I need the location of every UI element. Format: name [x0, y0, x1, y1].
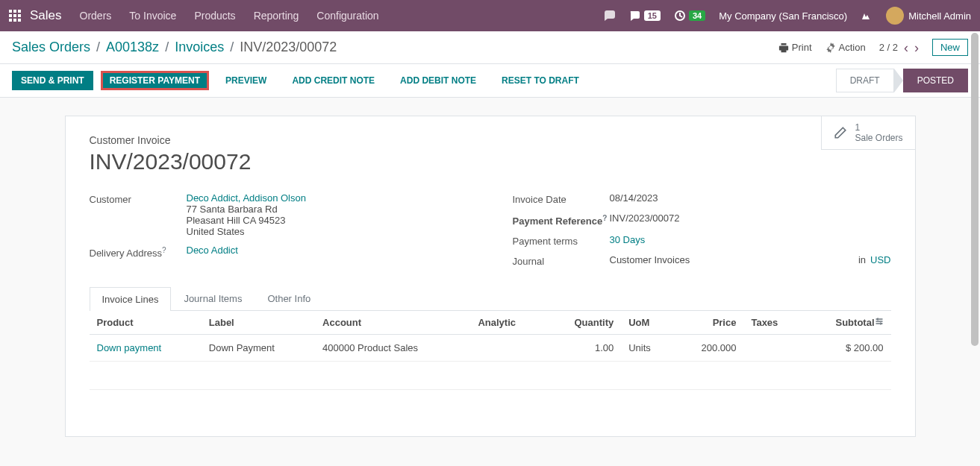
menu-orders[interactable]: Orders [80, 10, 112, 22]
customer-label: Customer [90, 192, 187, 205]
add-debit-note-button[interactable]: ADD DEBIT NOTE [391, 71, 485, 90]
breadcrumb-order[interactable]: A00138z [106, 40, 159, 55]
content-area: 1 Sale Orders Customer Invoice INV/2023/… [0, 98, 980, 462]
help-icon[interactable]: ? [162, 246, 166, 254]
breadcrumb-current: INV/2023/00072 [240, 40, 337, 55]
menu-reporting[interactable]: Reporting [254, 10, 299, 22]
discuss-icon[interactable]: 15 [629, 10, 661, 22]
cell-analytic [470, 335, 544, 362]
brand-title[interactable]: Sales [30, 8, 62, 23]
table-row[interactable]: Down payment Down Payment 400000 Product… [90, 335, 891, 362]
th-uom[interactable]: UoM [621, 311, 673, 335]
tab-other-info[interactable]: Other Info [255, 286, 323, 310]
journal-value: Customer Invoices in USD [610, 254, 891, 265]
th-taxes[interactable]: Taxes [743, 311, 802, 335]
action-button[interactable]: Action [825, 42, 866, 53]
tab-invoice-lines[interactable]: Invoice Lines [90, 287, 172, 311]
customer-value: Deco Addict, Addison Olson 77 Santa Barb… [187, 192, 468, 237]
form-col-left: Customer Deco Addict, Addison Olson 77 S… [90, 192, 468, 274]
payment-ref-label: Payment Reference? [513, 212, 610, 227]
cell-price: 200.000 [673, 335, 743, 362]
invoice-date-value: 08/14/2023 [610, 192, 891, 204]
gear-icon [825, 42, 836, 53]
tab-journal-items[interactable]: Journal Items [171, 286, 255, 310]
invoice-date-label: Invoice Date [513, 192, 610, 205]
customer-addr2: Pleasant Hill CA 94523 [187, 215, 286, 226]
print-icon [778, 42, 789, 53]
pager-next[interactable]: › [914, 41, 919, 54]
journal-label: Journal [513, 254, 610, 267]
cell-taxes [743, 335, 802, 362]
action-buttons: SEND & PRINT REGISTER PAYMENT PREVIEW AD… [12, 71, 588, 90]
delivery-label: Delivery Address? [90, 245, 187, 259]
breadcrumb-sales-orders[interactable]: Sales Orders [12, 40, 90, 55]
new-button[interactable]: New [932, 39, 968, 56]
company-switcher[interactable]: My Company (San Francisco) [719, 10, 847, 22]
topbar-right: 15 34 My Company (San Francisco) Mitchel… [604, 7, 971, 25]
preview-button[interactable]: PREVIEW [216, 71, 275, 90]
th-subtotal[interactable]: Subtotal [802, 311, 890, 335]
cell-account: 400000 Product Sales [315, 335, 470, 362]
nav-menu: Orders To Invoice Products Reporting Con… [80, 10, 604, 22]
th-product[interactable]: Product [90, 311, 202, 335]
menu-configuration[interactable]: Configuration [316, 10, 378, 22]
breadcrumb: Sales Orders / A00138z / Invoices / INV/… [12, 40, 337, 55]
cell-uom: Units [621, 335, 673, 362]
help-icon[interactable]: ? [602, 214, 607, 222]
form-col-right: Invoice Date 08/14/2023 Payment Referenc… [513, 192, 891, 274]
cell-quantity: 1.00 [545, 335, 621, 362]
payment-ref-value: INV/2023/00072 [610, 212, 891, 224]
pager: 2 / 2 ‹ › [879, 41, 919, 54]
customer-link[interactable]: Deco Addict, Addison Olson [187, 192, 306, 204]
reset-to-draft-button[interactable]: RESET TO DRAFT [493, 71, 588, 90]
form-columns: Customer Deco Addict, Addison Olson 77 S… [90, 192, 891, 274]
add-credit-note-button[interactable]: ADD CREDIT NOTE [283, 71, 384, 90]
control-panel-right: Print Action 2 / 2 ‹ › New [778, 39, 968, 56]
cell-product[interactable]: Down payment [97, 342, 162, 353]
action-bar: SEND & PRINT REGISTER PAYMENT PREVIEW AD… [0, 64, 980, 98]
apps-icon[interactable] [9, 10, 21, 22]
customer-addr3: United States [187, 226, 245, 237]
messages-icon[interactable] [604, 10, 616, 22]
tabs: Invoice Lines Journal Items Other Info [90, 286, 891, 311]
control-panel: Sales Orders / A00138z / Invoices / INV/… [0, 31, 980, 64]
menu-to-invoice[interactable]: To Invoice [129, 10, 176, 22]
table-row-empty[interactable] [90, 390, 891, 418]
payment-terms-value[interactable]: 30 Days [610, 234, 646, 245]
user-menu[interactable]: Mitchell Admin [886, 7, 971, 25]
topbar: Sales Orders To Invoice Products Reporti… [0, 0, 980, 31]
pager-prev[interactable]: ‹ [904, 41, 908, 54]
th-label[interactable]: Label [202, 311, 315, 335]
form-sheet: 1 Sale Orders Customer Invoice INV/2023/… [65, 116, 916, 437]
customer-addr1: 77 Santa Barbara Rd [187, 204, 278, 215]
pencil-icon [834, 126, 847, 139]
columns-settings-icon[interactable] [875, 317, 884, 326]
scrollbar[interactable] [971, 33, 979, 346]
print-button[interactable]: Print [778, 42, 812, 53]
user-name: Mitchell Admin [908, 10, 971, 22]
th-quantity[interactable]: Quantity [545, 311, 621, 335]
chat-badge: 15 [644, 10, 661, 21]
send-print-button[interactable]: SEND & PRINT [12, 71, 93, 90]
breadcrumb-invoices[interactable]: Invoices [175, 40, 224, 55]
debug-icon[interactable] [861, 10, 873, 22]
menu-products[interactable]: Products [194, 10, 235, 22]
delivery-value[interactable]: Deco Addict [187, 245, 238, 256]
cell-label: Down Payment [202, 335, 315, 362]
th-price[interactable]: Price [673, 311, 743, 335]
th-account[interactable]: Account [315, 311, 470, 335]
th-analytic[interactable]: Analytic [470, 311, 544, 335]
status-draft[interactable]: DRAFT [836, 69, 894, 92]
invoice-title: INV/2023/00072 [90, 149, 891, 174]
sheet-title-label: Customer Invoice [90, 134, 891, 146]
table-row-empty[interactable] [90, 362, 891, 390]
invoice-lines-table: Product Label Account Analytic Quantity … [90, 311, 891, 418]
register-payment-button[interactable]: REGISTER PAYMENT [101, 71, 209, 90]
avatar [886, 7, 904, 25]
activity-icon[interactable]: 34 [674, 10, 705, 22]
currency-link[interactable]: USD [870, 254, 890, 265]
status-posted[interactable]: POSTED [903, 69, 968, 92]
stat-count: 1 [855, 122, 902, 133]
sale-orders-stat-button[interactable]: 1 Sale Orders [821, 116, 914, 150]
status-arrow [894, 69, 903, 92]
